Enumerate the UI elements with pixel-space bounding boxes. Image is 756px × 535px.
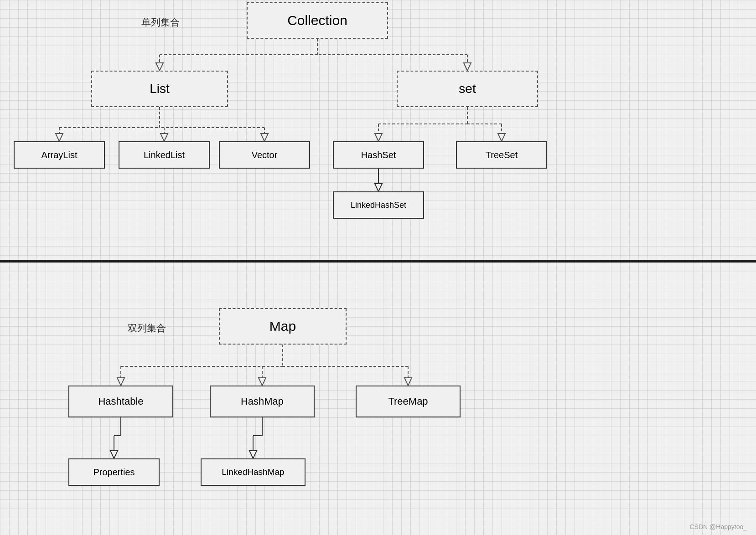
- svg-marker-28: [117, 378, 124, 386]
- properties-box: Properties: [68, 458, 160, 486]
- top-section: 单列集合 Collection List set ArrayList Linke…: [0, 0, 756, 260]
- linkedhashset-box: LinkedHashSet: [333, 191, 424, 219]
- watermark: CSDN @Happytoo_: [690, 523, 747, 530]
- bottom-section: 双列集合 Map Hashtable HashMap TreeMap Prope…: [0, 262, 756, 535]
- double-collection-label: 双列集合: [128, 322, 166, 334]
- treeset-box: TreeSet: [456, 141, 547, 169]
- svg-marker-15: [261, 134, 268, 141]
- hashset-box: HashSet: [333, 141, 424, 169]
- hashmap-box: HashMap: [210, 386, 315, 417]
- single-collection-label: 单列集合: [141, 16, 180, 29]
- svg-marker-31: [259, 378, 266, 386]
- top-connections-svg: [0, 0, 756, 260]
- linkedlist-box: LinkedList: [119, 141, 210, 169]
- list-box: List: [91, 71, 228, 107]
- svg-marker-42: [249, 451, 257, 458]
- map-box: Map: [219, 308, 347, 345]
- svg-marker-12: [161, 134, 168, 141]
- set-box: set: [397, 71, 538, 107]
- vector-box: Vector: [219, 141, 310, 169]
- svg-marker-38: [110, 451, 118, 458]
- svg-marker-10: [56, 134, 63, 141]
- svg-marker-6: [464, 63, 471, 71]
- linkedhashmap-box: LinkedHashMap: [201, 458, 306, 486]
- hashtable-box: Hashtable: [68, 386, 173, 417]
- treemap-box: TreeMap: [356, 386, 461, 417]
- svg-marker-24: [375, 184, 382, 191]
- collection-box: Collection: [247, 2, 388, 39]
- svg-marker-34: [404, 378, 412, 386]
- arraylist-box: ArrayList: [14, 141, 105, 169]
- svg-marker-22: [498, 134, 505, 141]
- svg-marker-19: [375, 134, 382, 141]
- svg-marker-3: [156, 63, 163, 71]
